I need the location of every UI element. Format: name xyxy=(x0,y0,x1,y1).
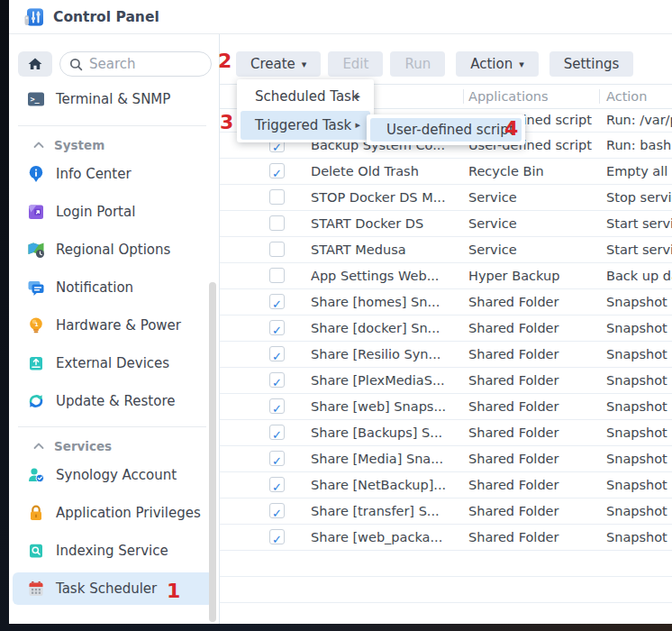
row-checkbox[interactable]: ✓ xyxy=(269,372,285,388)
action-cell: Snapshot xyxy=(606,525,672,550)
section-label: System xyxy=(54,138,104,152)
sidebar-item-notification[interactable]: Notification xyxy=(13,271,213,304)
row-checkbox[interactable]: ✓ xyxy=(269,451,285,466)
sidebar-item-external-devices[interactable]: External Devices xyxy=(13,347,213,380)
table-row[interactable]: START Docker DS Service Start servic xyxy=(220,211,672,237)
table-row[interactable]: App Settings Web... Hyper Backup Back up… xyxy=(220,263,672,289)
action-cell: Snapshot xyxy=(606,342,672,367)
svg-text:>_: >_ xyxy=(31,95,41,104)
menu-item-scheduled-task[interactable]: Scheduled Task ▸ xyxy=(241,82,370,111)
sidebar-divider xyxy=(18,125,206,126)
indexing-service-icon xyxy=(27,542,45,560)
empty-table-row xyxy=(220,551,672,577)
action-cell: Stop servic xyxy=(606,185,672,210)
menu-item-user-defined-script[interactable]: User-defined script xyxy=(370,118,522,142)
sidebar-item-hardware-power[interactable]: 1 Hardware & Power xyxy=(13,309,213,342)
row-checkbox[interactable]: ✓ xyxy=(269,503,285,518)
table-row[interactable]: ✓ Share [Backups] S... Shared Folder Sna… xyxy=(220,420,672,446)
control-panel-window: Control Panel >_ Terminal & SNMP xyxy=(9,0,672,624)
sidebar: >_ Terminal & SNMP System Info Center xyxy=(9,34,220,624)
row-checkbox[interactable]: ✓ xyxy=(269,294,285,309)
sidebar-item-terminal-snmp[interactable]: >_ Terminal & SNMP xyxy=(13,83,213,115)
settings-button[interactable]: Settings xyxy=(549,51,634,77)
application-cell: Recycle Bin xyxy=(468,159,600,184)
application-cell: Shared Folder xyxy=(468,368,600,393)
table-row[interactable]: ✓ Share [docker] Sn... Shared Folder Sna… xyxy=(220,316,672,342)
sidebar-item-label: Task Scheduler xyxy=(56,581,157,597)
action-cell: Snapshot xyxy=(606,472,672,498)
search-input[interactable] xyxy=(89,56,202,72)
table-row[interactable]: ✓ Share [transfer] S... Shared Folder Sn… xyxy=(220,498,672,525)
chevron-up-icon xyxy=(33,443,44,450)
info-center-icon xyxy=(27,165,45,183)
annotation-step-4: 4 xyxy=(504,119,518,139)
create-menu: Scheduled Task ▸ Triggered Task ▸ xyxy=(237,79,374,142)
regional-options-icon xyxy=(27,241,45,259)
sidebar-item-login-portal[interactable]: Login Portal xyxy=(13,196,213,228)
task-name-cell: Share [web_packa... xyxy=(311,525,462,550)
action-button-label: Action xyxy=(470,56,513,72)
task-name-cell: Share [PlexMediaS... xyxy=(311,368,462,393)
table-row[interactable]: ✓ Share [web] Snaps... Shared Folder Sna… xyxy=(220,394,672,420)
action-cell: Start servic xyxy=(606,237,672,262)
action-cell: Snapshot xyxy=(606,316,672,341)
table-row[interactable]: ✓ Share [NetBackup]... Shared Folder Sna… xyxy=(220,472,672,498)
row-checkbox[interactable] xyxy=(269,189,285,205)
row-checkbox[interactable]: ✓ xyxy=(269,398,285,414)
task-name-cell: Share [transfer] S... xyxy=(311,498,462,524)
row-checkbox[interactable] xyxy=(269,242,285,257)
action-button[interactable]: Action ▾ xyxy=(456,51,539,77)
submenu-arrow-icon: ▸ xyxy=(355,82,360,111)
sidebar-scrollbar[interactable] xyxy=(209,282,216,622)
sidebar-section-services[interactable]: Services xyxy=(9,439,219,453)
search-box[interactable] xyxy=(59,51,212,77)
table-row[interactable]: ✓ Share [Resilio Syn... Shared Folder Sn… xyxy=(220,342,672,368)
window-title: Control Panel xyxy=(53,9,159,25)
action-cell: Back up da xyxy=(606,263,672,288)
annotation-step-1: 1 xyxy=(167,581,180,601)
caret-down-icon: ▾ xyxy=(519,59,524,69)
sidebar-item-info-center[interactable]: Info Center xyxy=(13,158,213,190)
row-checkbox[interactable]: ✓ xyxy=(269,163,285,178)
table-row[interactable]: ✓ Share [homes] Sn... Shared Folder Snap… xyxy=(220,289,672,316)
table-row[interactable]: ✓ Delete Old Trash Recycle Bin Empty all… xyxy=(220,159,672,185)
application-cell: Shared Folder xyxy=(468,394,600,419)
application-cell: Shared Folder xyxy=(468,498,600,524)
sidebar-item-update-restore[interactable]: Update & Restore xyxy=(13,385,213,417)
sidebar-item-task-scheduler[interactable]: Task Scheduler xyxy=(13,572,213,605)
sidebar-item-regional-options[interactable]: Regional Options xyxy=(13,233,213,266)
sidebar-item-synology-account[interactable]: Synology Account xyxy=(13,459,213,491)
action-cell: Start servic xyxy=(606,211,672,236)
row-checkbox[interactable]: ✓ xyxy=(269,346,285,361)
home-button[interactable] xyxy=(18,51,52,77)
sidebar-item-indexing-service[interactable]: Indexing Service xyxy=(13,535,213,567)
column-header-applications[interactable]: Applications xyxy=(468,85,549,109)
row-checkbox[interactable] xyxy=(269,215,285,231)
application-cell: Shared Folder xyxy=(468,420,600,445)
toolbar: Create ▾ Edit Run Action ▾ Settings xyxy=(236,51,633,77)
row-checkbox[interactable]: ✓ xyxy=(269,477,285,492)
table-row[interactable]: ✓ Share [web_packa... Shared Folder Snap… xyxy=(220,525,672,551)
application-cell: Shared Folder xyxy=(468,525,600,550)
column-header-action[interactable]: Action xyxy=(606,85,647,109)
menu-item-triggered-task[interactable]: Triggered Task ▸ xyxy=(241,111,370,140)
terminal-icon: >_ xyxy=(27,90,45,108)
table-row[interactable]: START Medusa Service Start servic xyxy=(220,237,672,263)
task-name-cell: START Docker DS xyxy=(311,211,462,236)
table-row[interactable]: ✓ Share [PlexMediaS... Shared Folder Sna… xyxy=(220,368,672,394)
table-row[interactable]: ✓ Share [Media] Sna... Shared Folder Sna… xyxy=(220,446,672,472)
row-checkbox[interactable]: ✓ xyxy=(269,529,285,544)
home-icon xyxy=(27,56,43,72)
task-name-cell: Share [NetBackup]... xyxy=(311,472,462,498)
sidebar-section-system[interactable]: System xyxy=(9,138,219,152)
sidebar-item-application-privileges[interactable]: Application Privileges xyxy=(13,497,213,529)
row-checkbox[interactable]: ✓ xyxy=(269,425,285,440)
table-row[interactable]: STOP Docker DS M... Service Stop servic xyxy=(220,185,672,211)
task-name-cell: Share [Backups] S... xyxy=(311,420,462,445)
application-cell: Service xyxy=(468,185,600,210)
action-cell: Snapshot xyxy=(606,289,672,315)
row-checkbox[interactable]: ✓ xyxy=(269,320,285,335)
row-checkbox[interactable] xyxy=(269,268,285,283)
action-cell: Snapshot xyxy=(606,394,672,419)
create-button[interactable]: Create ▾ xyxy=(236,51,321,77)
